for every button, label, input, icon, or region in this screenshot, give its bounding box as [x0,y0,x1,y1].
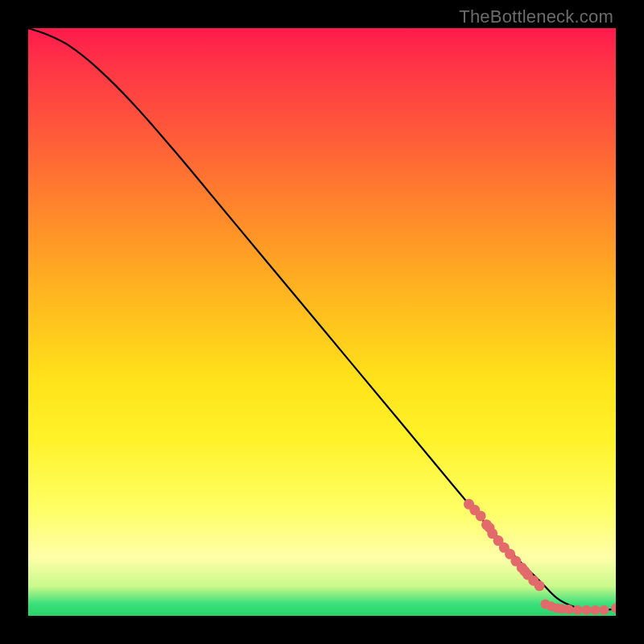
scatter-lower [540,599,616,614]
chart-container: TheBottleneck.com [0,0,644,644]
data-point [599,605,609,615]
data-point [499,543,510,553]
data-point [535,580,545,591]
data-point [487,528,497,539]
data-point [582,605,592,615]
data-point [517,563,527,573]
data-point [557,604,567,613]
data-point [485,522,495,533]
data-point [476,510,486,521]
data-point [590,605,600,615]
data-point [493,535,504,546]
data-point [481,519,492,530]
data-point [611,604,616,613]
data-point [510,556,521,567]
data-point [469,505,480,515]
chart-svg [28,28,616,616]
data-point [564,605,574,614]
data-point [540,599,550,609]
data-point [552,604,562,613]
scatter-upper [464,499,545,591]
data-point [505,549,515,559]
watermark-text: TheBottleneck.com [459,6,613,27]
main-curve [28,28,616,610]
data-point [573,605,583,615]
data-point [464,499,474,510]
plot-area [28,28,616,616]
data-point [519,566,530,576]
data-point [547,601,556,611]
data-point [522,569,533,580]
data-point [528,576,539,586]
